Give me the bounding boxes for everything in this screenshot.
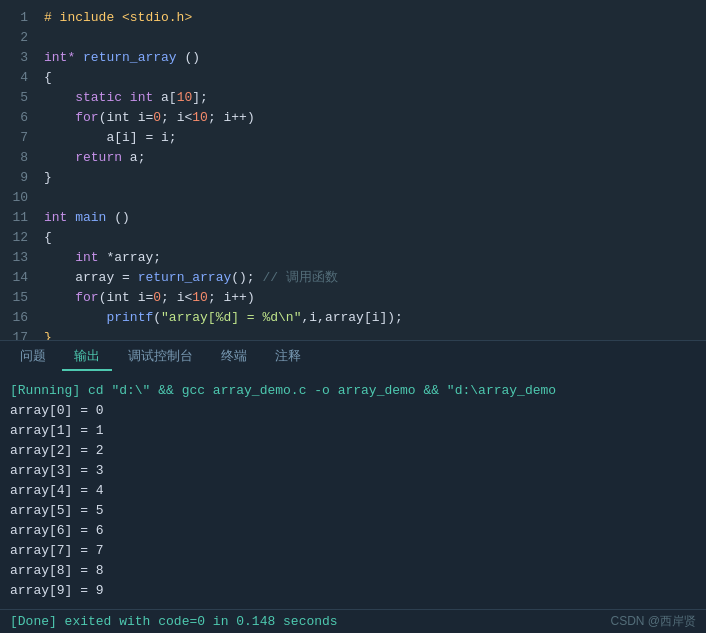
status-bar: [Done] exited with code=0 in 0.148 secon… bbox=[0, 609, 706, 633]
terminal-tab[interactable]: 注释 bbox=[263, 343, 313, 371]
done-status: [Done] exited with code=0 in 0.148 secon… bbox=[10, 614, 338, 629]
code-line: { bbox=[44, 68, 706, 88]
code-line: for(int i=0; i<10; i++) bbox=[44, 288, 706, 308]
code-line bbox=[44, 28, 706, 48]
code-line: { bbox=[44, 228, 706, 248]
terminal-output-line: array[2] = 2 bbox=[10, 441, 696, 461]
code-line: a[i] = i; bbox=[44, 128, 706, 148]
terminal-output-line: array[1] = 1 bbox=[10, 421, 696, 441]
terminal-output-line: array[3] = 3 bbox=[10, 461, 696, 481]
code-line: } bbox=[44, 168, 706, 188]
terminal-tab[interactable]: 终端 bbox=[209, 343, 259, 371]
terminal-tab[interactable]: 调试控制台 bbox=[116, 343, 205, 371]
code-line: return a; bbox=[44, 148, 706, 168]
code-line: static int a[10]; bbox=[44, 88, 706, 108]
terminal-output-line: array[7] = 7 bbox=[10, 541, 696, 561]
code-editor: 1234567891011121314151617 # include <std… bbox=[0, 0, 706, 340]
terminal-output-line: array[9] = 9 bbox=[10, 581, 696, 601]
terminal-output-line: array[6] = 6 bbox=[10, 521, 696, 541]
terminal-output-line: array[5] = 5 bbox=[10, 501, 696, 521]
terminal-tab[interactable]: 问题 bbox=[8, 343, 58, 371]
code-line: int *array; bbox=[44, 248, 706, 268]
code-lines[interactable]: # include <stdio.h> int* return_array ()… bbox=[40, 0, 706, 340]
code-line: for(int i=0; i<10; i++) bbox=[44, 108, 706, 128]
line-numbers: 1234567891011121314151617 bbox=[0, 0, 40, 340]
code-line: int* return_array () bbox=[44, 48, 706, 68]
code-line: array = return_array(); // 调用函数 bbox=[44, 268, 706, 288]
terminal-output-line: array[8] = 8 bbox=[10, 561, 696, 581]
terminal-tab[interactable]: 输出 bbox=[62, 343, 112, 371]
terminal-output-line: array[0] = 0 bbox=[10, 401, 696, 421]
code-container: 1234567891011121314151617 # include <std… bbox=[0, 0, 706, 340]
terminal-output: [Running] cd "d:\" && gcc array_demo.c -… bbox=[0, 373, 706, 609]
code-line: printf("array[%d] = %d\n",i,array[i]); bbox=[44, 308, 706, 328]
terminal-running-line: [Running] cd "d:\" && gcc array_demo.c -… bbox=[10, 381, 696, 401]
code-line bbox=[44, 188, 706, 208]
code-line: int main () bbox=[44, 208, 706, 228]
terminal-tabs: 问题输出调试控制台终端注释 bbox=[0, 341, 706, 373]
code-line: # include <stdio.h> bbox=[44, 8, 706, 28]
terminal-output-line: array[4] = 4 bbox=[10, 481, 696, 501]
brand-label: CSDN @西岸贤 bbox=[610, 613, 696, 630]
code-line: } bbox=[44, 328, 706, 340]
